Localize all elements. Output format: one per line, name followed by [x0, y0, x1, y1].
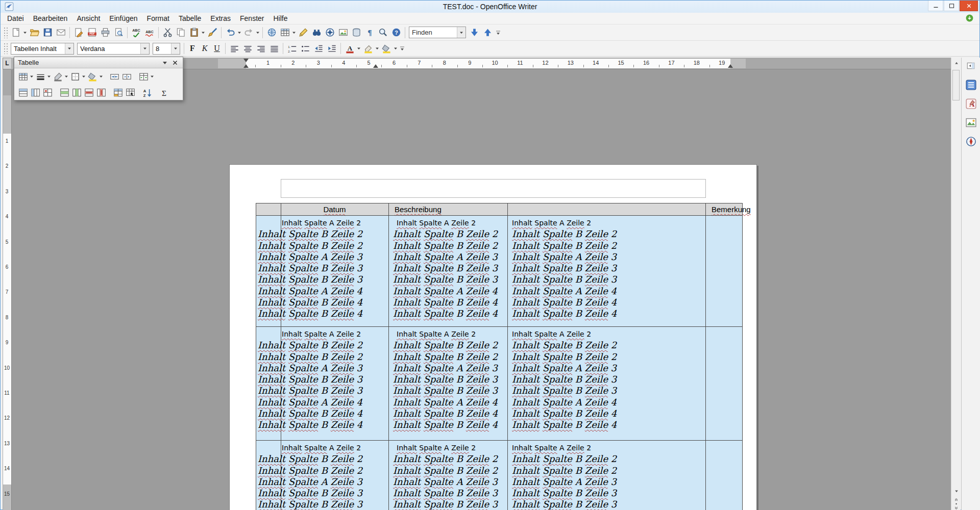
table-text-line[interactable]: Inhalt Spalte A Zeile 3	[257, 363, 387, 374]
table-text-line[interactable]: Inhalt Spalte A Zeile 2	[257, 217, 387, 228]
table-text-line[interactable]: Inhalt Spalte B Zeile 4	[257, 408, 387, 419]
insert-row-button[interactable]	[58, 86, 70, 98]
delete-row-button[interactable]	[83, 86, 95, 98]
column-header[interactable]: Bemerkung	[712, 205, 751, 214]
update-available-button[interactable]	[965, 14, 974, 23]
table-cell[interactable]: Inhalt Spalte A Zeile 2Inhalt Spalte B Z…	[257, 216, 387, 320]
table-cell[interactable]: Inhalt Spalte A Zeile 2Inhalt Spalte B Z…	[388, 327, 507, 431]
table-text-line[interactable]: Inhalt Spalte B Zeile 2	[257, 351, 387, 363]
table-text-line[interactable]: Inhalt Spalte B Zeile 4	[507, 408, 705, 419]
document-area[interactable]: DatumBeschreibungBemerkungInhalt Spalte …	[12, 69, 951, 510]
dropdown-arrow-button[interactable]	[201, 26, 206, 39]
dropdown-arrow-button[interactable]	[393, 42, 398, 55]
table-text-line[interactable]: Inhalt Spalte B Zeile 3	[507, 488, 705, 499]
email-button[interactable]	[54, 26, 67, 39]
paste-button[interactable]	[187, 26, 201, 39]
sidebar-navigator-tab[interactable]	[964, 135, 978, 148]
italic-button[interactable]: K	[199, 42, 211, 55]
font-color-button[interactable]: A	[343, 42, 356, 55]
table-text-line[interactable]: Inhalt Spalte B Zeile 2	[388, 240, 507, 251]
dropdown-arrow-button[interactable]	[29, 70, 34, 83]
font-name-combo[interactable]: Verdana	[77, 43, 150, 55]
column-header[interactable]: Datum	[281, 205, 388, 214]
menu-extras[interactable]: Extras	[206, 13, 235, 24]
background-color-button[interactable]	[380, 42, 393, 55]
table-cell[interactable]: Inhalt Spalte A Zeile 2Inhalt Spalte B Z…	[507, 216, 705, 320]
table-text-line[interactable]: Inhalt Spalte A Zeile 4	[257, 286, 387, 297]
table-text-line[interactable]: Inhalt Spalte B Zeile 2	[388, 228, 507, 240]
table-text-line[interactable]: Inhalt Spalte B Zeile 4	[388, 419, 507, 430]
table-text-line[interactable]: Inhalt Spalte A Zeile 4	[507, 286, 705, 297]
table-text-line[interactable]: Inhalt Spalte B Zeile 3	[507, 385, 705, 396]
table-text-line[interactable]: Inhalt Spalte B Zeile 2	[507, 453, 705, 465]
table-text-line[interactable]: Inhalt Spalte B Zeile 4	[257, 297, 387, 308]
table-cell[interactable]: Inhalt Spalte A Zeile 2Inhalt Spalte B Z…	[388, 441, 507, 510]
border-color-button[interactable]	[52, 70, 64, 83]
table-text-line[interactable]: Inhalt Spalte B Zeile 3	[257, 385, 387, 396]
table-button[interactable]	[17, 70, 29, 83]
toolbar-grip[interactable]	[4, 27, 8, 38]
table-text-line[interactable]: Inhalt Spalte A Zeile 4	[507, 397, 705, 408]
menu-fenster[interactable]: Fenster	[235, 13, 268, 24]
table-button[interactable]	[278, 26, 291, 39]
auto-spellcheck-button[interactable]: ABC	[143, 26, 156, 39]
table-text-line[interactable]: Inhalt Spalte A Zeile 2	[257, 328, 387, 340]
menu-format[interactable]: Format	[142, 13, 174, 24]
combo-dropdown-button[interactable]	[457, 27, 465, 38]
optimize-button[interactable]	[137, 70, 150, 83]
sum-button[interactable]: Σ	[158, 86, 170, 98]
table-text-line[interactable]: Inhalt Spalte B Zeile 2	[388, 453, 507, 465]
menu-tabelle[interactable]: Tabelle	[174, 13, 206, 24]
right-indent-marker[interactable]	[728, 64, 733, 68]
dropdown-arrow-button[interactable]	[150, 70, 155, 83]
combo-dropdown-button[interactable]	[65, 43, 74, 54]
line-style-button[interactable]	[34, 70, 46, 83]
table-text-line[interactable]: Inhalt Spalte A Zeile 2	[257, 442, 387, 453]
find-combo[interactable]: Finden	[409, 27, 466, 38]
table-text-line[interactable]: Inhalt Spalte A Zeile 2	[388, 328, 507, 340]
decrease-indent-button[interactable]	[312, 42, 325, 55]
table-cell[interactable]: Inhalt Spalte A Zeile 2Inhalt Spalte B Z…	[507, 327, 705, 431]
dropdown-arrow-button[interactable]	[291, 26, 297, 39]
dropdown-arrow-button[interactable]	[356, 42, 361, 55]
table-text-line[interactable]: Inhalt Spalte B Zeile 3	[388, 263, 507, 274]
background-color-button[interactable]	[86, 70, 99, 83]
palette-close-button[interactable]	[171, 59, 179, 67]
table-text-line[interactable]: Inhalt Spalte B Zeile 4	[257, 419, 387, 430]
format-paintbrush-button[interactable]	[206, 26, 219, 39]
spellcheck-button[interactable]: ABC	[130, 26, 143, 39]
table-text-line[interactable]: Inhalt Spalte B Zeile 3	[257, 499, 387, 510]
table-text-line[interactable]: Inhalt Spalte B Zeile 4	[388, 408, 507, 419]
vertical-scrollbar[interactable]	[951, 58, 961, 510]
dropdown-arrow-button[interactable]	[375, 42, 380, 55]
find-replace-button[interactable]	[310, 26, 323, 39]
undo-button[interactable]	[224, 26, 237, 39]
minimize-button[interactable]	[928, 1, 943, 11]
table-text-line[interactable]: Inhalt Spalte B Zeile 3	[257, 274, 387, 285]
cut-button[interactable]	[161, 26, 174, 39]
table-cell[interactable]: Inhalt Spalte A Zeile 2Inhalt Spalte B Z…	[388, 216, 507, 320]
table-text-line[interactable]: Inhalt Spalte B Zeile 4	[388, 308, 507, 319]
menu-hilfe[interactable]: Hilfe	[268, 13, 292, 24]
merge-cells-button[interactable]	[108, 70, 120, 83]
table-text-line[interactable]: Inhalt Spalte A Zeile 3	[507, 363, 705, 374]
document-table[interactable]: DatumBeschreibungBemerkungInhalt Spalte …	[256, 203, 743, 510]
numbered-list-button[interactable]: 1.2.	[285, 42, 299, 55]
combo-dropdown-button[interactable]	[171, 43, 180, 54]
first-line-indent-marker[interactable]	[243, 59, 249, 62]
close-button[interactable]	[960, 1, 978, 11]
new-document-button[interactable]	[9, 26, 22, 39]
table-text-line[interactable]: Inhalt Spalte B Zeile 2	[257, 340, 387, 351]
align-left-button[interactable]	[228, 42, 241, 55]
menu-einfuegen[interactable]: Einfügen	[105, 13, 142, 24]
redo-button[interactable]	[242, 26, 255, 39]
table-text-line[interactable]: Inhalt Spalte B Zeile 4	[507, 297, 705, 308]
open-button[interactable]	[28, 26, 41, 39]
dropdown-arrow-button[interactable]	[46, 70, 52, 83]
left-indent-marker[interactable]	[243, 64, 249, 68]
palette-title-bar[interactable]: Tabelle	[14, 57, 183, 68]
insert-column-left-button[interactable]	[29, 86, 41, 98]
find-next-button[interactable]	[468, 26, 481, 39]
table-text-line[interactable]: Inhalt Spalte A Zeile 3	[388, 251, 507, 263]
find-prev-button[interactable]	[481, 26, 494, 39]
